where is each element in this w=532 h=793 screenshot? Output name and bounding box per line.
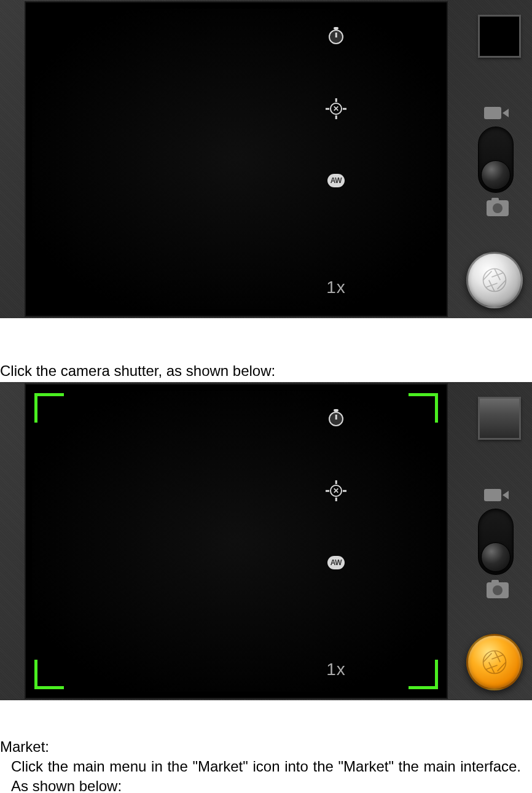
camera-controls-column: ✕ AW 1x: [318, 385, 354, 698]
section-body: Click the main menu in the "Market" icon…: [11, 757, 521, 793]
viewfinder: ✕ AW 1x: [25, 383, 448, 699]
aperture-icon: [482, 267, 507, 293]
mode-slider-knob[interactable]: [481, 160, 510, 190]
preview-thumbnail[interactable]: [478, 15, 521, 58]
timer-icon[interactable]: [326, 409, 346, 429]
mode-slider-knob[interactable]: [481, 542, 510, 572]
aperture-icon: [482, 649, 507, 675]
white-balance-icon[interactable]: AW: [326, 553, 346, 572]
camera-screenshot-idle: ✕ AW 1x: [0, 0, 532, 318]
shutter-button-pressed[interactable]: [466, 634, 523, 690]
zoom-indicator[interactable]: 1x: [326, 278, 346, 297]
caption-text: Click the camera shutter, as shown below…: [0, 362, 532, 380]
mode-slider[interactable]: [478, 509, 514, 575]
side-panel: [458, 0, 532, 318]
focus-mode-icon[interactable]: ✕: [326, 481, 346, 501]
video-mode-icon[interactable]: [484, 106, 509, 120]
photo-mode-icon[interactable]: [487, 200, 509, 216]
svg-point-1: [483, 651, 506, 674]
focus-bracket-top-right: [409, 393, 438, 423]
viewfinder: ✕ AW 1x: [25, 1, 448, 317]
focus-bracket-top-left: [34, 393, 64, 423]
zoom-indicator[interactable]: 1x: [326, 660, 346, 679]
camera-controls-column: ✕ AW 1x: [318, 2, 354, 316]
camera-screenshot-pressed: ✕ AW 1x: [0, 382, 532, 700]
focus-bracket-bottom-right: [409, 660, 438, 689]
svg-point-0: [483, 269, 506, 292]
section-heading: Market:: [0, 738, 532, 756]
video-mode-icon[interactable]: [484, 488, 509, 502]
white-balance-icon[interactable]: AW: [326, 171, 346, 190]
preview-thumbnail[interactable]: [478, 397, 521, 440]
photo-mode-icon[interactable]: [487, 582, 509, 598]
timer-icon[interactable]: [326, 27, 346, 47]
focus-mode-icon[interactable]: ✕: [326, 99, 346, 119]
side-panel: [458, 382, 532, 700]
mode-slider[interactable]: [478, 127, 514, 193]
shutter-button[interactable]: [466, 252, 523, 308]
focus-bracket-bottom-left: [34, 660, 64, 689]
